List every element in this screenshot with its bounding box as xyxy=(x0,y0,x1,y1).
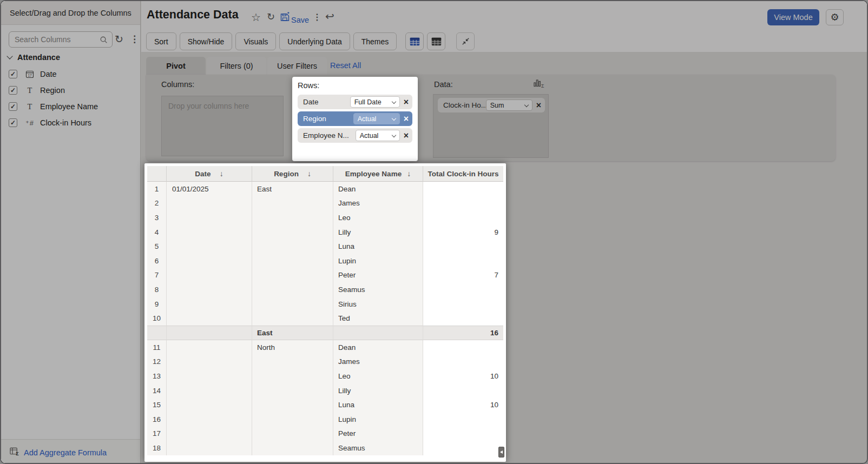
cell-val xyxy=(423,412,503,427)
field-label[interactable]: Date xyxy=(40,70,57,78)
header-total-clock-in-hours[interactable]: Total Clock-in Hours xyxy=(423,166,503,182)
table-group-attendance[interactable]: Attendance xyxy=(8,53,60,62)
cell-region: East xyxy=(252,182,333,196)
search-icon xyxy=(100,36,108,46)
reset-all-link[interactable]: Reset All xyxy=(330,61,361,70)
cell-region xyxy=(252,297,333,311)
sort-button[interactable]: Sort xyxy=(146,32,176,50)
field-label[interactable]: Employee Name xyxy=(40,102,98,111)
data-chip-clock-in-hours[interactable]: Clock-in Ho... Sum × xyxy=(438,98,545,112)
remove-chip-icon[interactable]: × xyxy=(404,98,409,107)
checkbox-date[interactable]: ✓ xyxy=(9,70,17,78)
sidebar-menu-icon[interactable]: ⋮ xyxy=(130,34,139,45)
save-button[interactable]: * Save xyxy=(280,12,309,24)
chip-field-label: Region xyxy=(303,115,353,123)
header-date[interactable]: Date ↓ xyxy=(167,166,252,182)
undo-icon[interactable]: ↩ xyxy=(325,10,334,23)
underlying-data-button[interactable]: Underlying Data xyxy=(279,32,350,50)
cell-num: 12 xyxy=(147,355,167,369)
remove-chip-icon[interactable]: × xyxy=(404,115,409,123)
columns-dropzone[interactable]: Drop your columns here xyxy=(161,96,284,156)
selected-aggregation: Sum xyxy=(490,102,504,109)
row-chip-date[interactable]: Date Full Date × xyxy=(298,95,412,109)
table-view-icon[interactable] xyxy=(405,32,424,50)
cell-num: 1 xyxy=(147,182,167,196)
settings-gear-icon[interactable]: ⚙ xyxy=(826,9,844,25)
table-row: 15Luna10 xyxy=(147,397,503,412)
table-row: 10Ted xyxy=(147,311,503,326)
cell-val xyxy=(423,383,503,398)
table-row: 12James xyxy=(147,355,503,369)
header-region[interactable]: Region ↓ xyxy=(252,166,333,182)
vertical-scrollbar[interactable] xyxy=(498,447,504,458)
cell-date xyxy=(167,225,252,240)
checkbox-employee-name[interactable]: ✓ xyxy=(9,102,17,111)
rows-label: Rows: xyxy=(298,81,319,90)
region-mode-select[interactable]: Actual xyxy=(353,113,400,124)
remove-chip-icon[interactable]: × xyxy=(404,131,409,140)
tab-pivot[interactable]: Pivot xyxy=(146,57,206,75)
table-row: 16Lupin xyxy=(147,412,503,427)
tab-filters[interactable]: Filters (0) xyxy=(207,57,266,75)
cell-date xyxy=(167,397,252,412)
favorite-star-icon[interactable]: ☆ xyxy=(251,11,261,24)
remove-chip-icon[interactable]: × xyxy=(536,101,541,110)
checkbox-clock-in-hours[interactable]: ✓ xyxy=(9,118,17,127)
cell-val xyxy=(423,282,503,297)
sort-desc-icon[interactable]: ↓ xyxy=(407,169,411,178)
selected-mode: Actual xyxy=(358,115,377,123)
sidebar-footer: Σ Add Aggregate Formula xyxy=(1,439,140,464)
cell-emp: Dean xyxy=(333,340,423,355)
cell-val xyxy=(423,355,503,369)
sort-desc-icon[interactable]: ↓ xyxy=(307,169,311,178)
tab-user-filters[interactable]: User Filters xyxy=(267,57,327,75)
cell-region xyxy=(252,210,333,225)
cell-region xyxy=(252,397,333,412)
cell-emp: Leo xyxy=(333,210,423,225)
columns-placeholder: Drop your columns here xyxy=(162,96,283,116)
cell-region xyxy=(252,239,333,254)
show-hide-button[interactable]: Show/Hide xyxy=(180,32,233,50)
field-label[interactable]: Clock-in Hours xyxy=(40,118,91,127)
cell-num: 6 xyxy=(147,254,167,268)
page-title: Attendance Data xyxy=(147,8,239,22)
date-granularity-select[interactable]: Full Date xyxy=(350,96,400,108)
svg-text:Σ: Σ xyxy=(16,451,19,456)
sort-desc-icon[interactable]: ↓ xyxy=(220,169,223,178)
pivot-config-panel: Columns: Drop your columns here Data: Σ … xyxy=(146,75,836,161)
cell-num: 8 xyxy=(147,282,167,297)
refresh-report-icon[interactable]: ↻ xyxy=(267,11,275,23)
row-chip-employee-name[interactable]: Employee N... Actual × xyxy=(298,128,412,143)
cell-num: 9 xyxy=(147,297,167,311)
add-aggregate-formula-link[interactable]: Add Aggregate Formula xyxy=(24,448,107,457)
cell-num: 18 xyxy=(147,441,167,455)
pivot-view-icon[interactable] xyxy=(427,32,445,50)
search-input[interactable] xyxy=(9,31,113,48)
header-employee-name[interactable]: Employee Name ↓ xyxy=(333,166,423,182)
cell-val: 10 xyxy=(423,369,503,383)
more-options-icon[interactable]: ⋮ xyxy=(313,12,321,22)
field-label[interactable]: Region xyxy=(40,86,65,95)
sidebar-item-date: ✓ 17 Date xyxy=(1,66,141,82)
cell-val: 10 xyxy=(423,397,503,412)
aggregation-select[interactable]: Sum xyxy=(486,100,532,111)
cell-val xyxy=(423,297,503,311)
data-label: Data: xyxy=(434,80,453,89)
cell-date xyxy=(167,412,252,427)
checkbox-region[interactable]: ✓ xyxy=(9,86,17,95)
cell-num xyxy=(147,326,167,340)
cell-emp: Lilly xyxy=(333,225,423,240)
employee-mode-select[interactable]: Actual xyxy=(356,130,400,141)
themes-button[interactable]: Themes xyxy=(353,32,397,50)
table-row: 17Peter xyxy=(147,427,503,441)
row-chip-region[interactable]: Region Actual × xyxy=(298,111,412,126)
refresh-columns-icon[interactable]: ↻ xyxy=(115,33,123,45)
view-mode-button[interactable]: View Mode xyxy=(767,9,819,25)
visuals-button[interactable]: Visuals xyxy=(235,32,276,50)
aggregate-formula-icon: Σ xyxy=(10,447,19,458)
cell-num: 7 xyxy=(147,268,167,283)
cell-region: North xyxy=(252,340,333,355)
cell-date xyxy=(167,254,252,268)
data-dropzone[interactable]: Clock-in Ho... Sum × xyxy=(433,94,549,158)
collapse-panel-icon[interactable] xyxy=(456,32,475,50)
